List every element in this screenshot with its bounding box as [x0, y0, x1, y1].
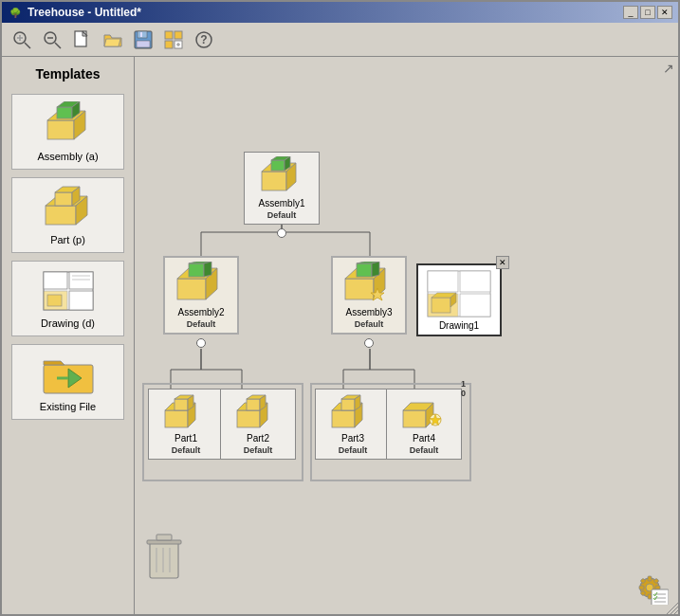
- assembly1-box[interactable]: Assembly1 Default: [244, 152, 320, 225]
- node-drawing1[interactable]: Drawing1 ✕: [416, 263, 502, 336]
- svg-marker-74: [204, 262, 211, 277]
- node-assembly1[interactable]: Assembly1 Default: [244, 152, 320, 238]
- svg-text:?: ?: [200, 33, 207, 46]
- toolbar: ?: [2, 23, 678, 57]
- assembly3-config: Default: [355, 319, 384, 329]
- zoom-out-icon: [42, 29, 63, 50]
- node-part4[interactable]: 10 Part4 Default: [386, 389, 462, 460]
- svg-rect-124: [655, 586, 660, 589]
- export-button[interactable]: [159, 27, 188, 53]
- node-part3[interactable]: Part3 Default: [315, 389, 391, 460]
- part-template-label: Part (p): [50, 234, 85, 245]
- svg-line-1: [25, 43, 30, 48]
- existing-file-template-icon: [40, 352, 97, 397]
- sidebar-item-existing-file[interactable]: Existing File: [11, 344, 124, 420]
- help-icon: ?: [193, 29, 214, 50]
- title-bar-left: 🌳 Treehouse - Untitled*: [8, 5, 141, 20]
- export-icon: [163, 29, 184, 50]
- svg-line-135: [671, 607, 678, 614]
- assembly2-icon: [175, 262, 227, 305]
- svg-rect-13: [140, 32, 142, 37]
- svg-rect-38: [69, 291, 93, 310]
- zoom-in-button[interactable]: [8, 27, 36, 53]
- node-assembly3[interactable]: Assembly3 Default: [331, 256, 407, 348]
- sidebar-item-part[interactable]: Part (p): [11, 177, 124, 253]
- svg-rect-63: [262, 172, 286, 190]
- trash-area: [142, 531, 185, 586]
- main-window: 🌳 Treehouse - Untitled* _ □ ✕: [0, 0, 680, 616]
- title-bar: 🌳 Treehouse - Untitled* _ □ ✕: [2, 2, 678, 23]
- part2-box[interactable]: Part2 Default: [220, 389, 296, 460]
- svg-point-4: [17, 35, 23, 41]
- svg-rect-84: [460, 271, 490, 292]
- node-part1[interactable]: Part1 Default: [148, 389, 224, 460]
- assembly2-config: Default: [187, 319, 216, 329]
- node-part2[interactable]: Part2 Default: [220, 389, 296, 460]
- canvas-area[interactable]: Assembly1 Default: [135, 57, 678, 614]
- maximize-button[interactable]: □: [640, 6, 655, 19]
- minimize-button[interactable]: _: [623, 6, 638, 19]
- drawing-template-icon: [40, 268, 97, 314]
- part4-annotation: 10: [461, 379, 466, 398]
- title-bar-controls: _ □ ✕: [623, 6, 672, 19]
- new-button[interactable]: [68, 27, 97, 53]
- part3-box[interactable]: Part3 Default: [315, 389, 391, 460]
- svg-rect-69: [177, 279, 206, 299]
- part2-config: Default: [244, 445, 273, 455]
- part3-label: Part3: [341, 433, 364, 444]
- sidebar-title: Templates: [11, 66, 124, 82]
- assembly1-icon: [258, 156, 305, 196]
- assembly2-connector: [196, 338, 206, 348]
- svg-line-136: [674, 610, 678, 614]
- svg-rect-22: [47, 120, 74, 139]
- part3-config: Default: [339, 445, 368, 455]
- main-content: Templates Assembly (a): [2, 57, 678, 614]
- svg-rect-16: [165, 41, 173, 48]
- svg-rect-115: [156, 534, 172, 540]
- part4-icon: [401, 393, 447, 431]
- svg-rect-83: [428, 271, 458, 292]
- assembly3-box[interactable]: Assembly3 Default: [331, 256, 407, 335]
- node-assembly2[interactable]: Assembly2 Default: [163, 256, 239, 348]
- sidebar: Templates Assembly (a): [2, 57, 135, 614]
- svg-rect-99: [247, 399, 260, 410]
- svg-rect-86: [460, 294, 490, 317]
- assembly1-label: Assembly1: [259, 198, 305, 208]
- svg-rect-35: [44, 272, 67, 289]
- resize-handle[interactable]: [663, 599, 678, 614]
- zoom-out-button[interactable]: [38, 27, 66, 53]
- part1-box[interactable]: Part1 Default: [148, 389, 224, 460]
- sidebar-item-assembly[interactable]: Assembly (a): [11, 94, 124, 170]
- svg-rect-66: [271, 160, 285, 171]
- part4-box[interactable]: 10 Part4 Default: [386, 389, 462, 460]
- existing-file-template-label: Existing File: [40, 401, 96, 412]
- open-button[interactable]: [99, 27, 127, 53]
- svg-rect-36: [69, 272, 93, 289]
- assembly3-connector: [364, 338, 374, 348]
- assembly-template-icon: [40, 101, 97, 147]
- svg-rect-25: [57, 107, 72, 118]
- drawing1-close[interactable]: ✕: [496, 256, 509, 269]
- svg-rect-123: [639, 586, 644, 589]
- svg-rect-121: [648, 576, 652, 581]
- part1-label: Part1: [175, 433, 197, 444]
- svg-marker-81: [372, 262, 379, 277]
- part4-label: Part4: [413, 433, 435, 444]
- assembly2-box[interactable]: Assembly2 Default: [163, 256, 239, 335]
- svg-rect-96: [237, 410, 260, 427]
- save-button[interactable]: [129, 27, 157, 53]
- zoom-in-icon: [11, 29, 32, 50]
- svg-rect-39: [47, 295, 62, 306]
- assembly3-label: Assembly3: [346, 307, 393, 317]
- svg-rect-87: [432, 298, 450, 313]
- svg-line-6: [55, 43, 61, 48]
- canvas-inner: Assembly1 Default: [135, 57, 678, 614]
- part-template-icon: [40, 185, 97, 230]
- svg-rect-105: [341, 399, 355, 410]
- svg-rect-75: [345, 279, 374, 299]
- part3-icon: [330, 393, 376, 431]
- close-button[interactable]: ✕: [657, 6, 672, 19]
- drawing1-box[interactable]: Drawing1: [416, 263, 502, 336]
- help-button[interactable]: ?: [190, 27, 218, 53]
- sidebar-item-drawing[interactable]: Drawing (d): [11, 261, 124, 336]
